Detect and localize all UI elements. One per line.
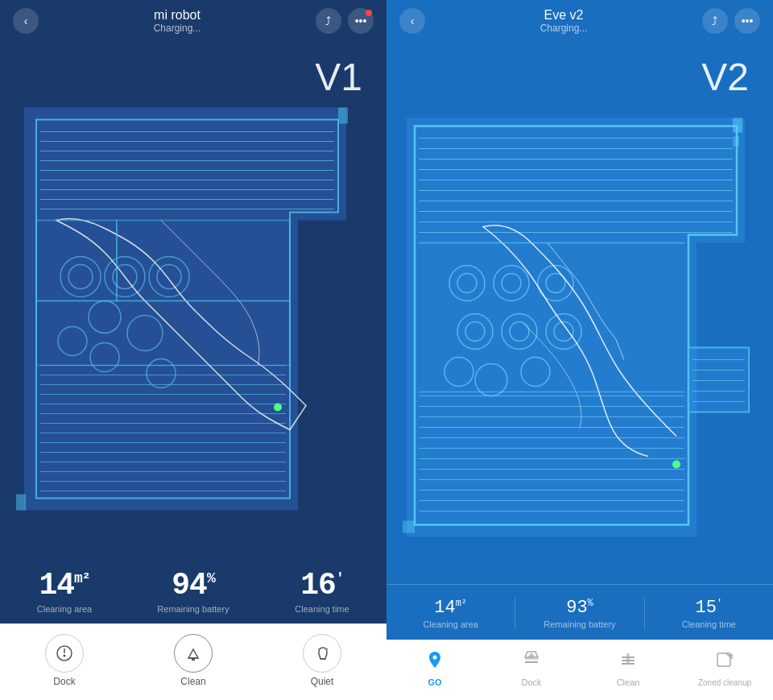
svg-rect-35 (338, 108, 348, 124)
svg-rect-92 (403, 521, 415, 533)
left-nav-clean[interactable]: Clean (129, 634, 258, 687)
left-stat-time: 16' Cleaning time (258, 568, 386, 614)
left-battery-label: Remaining battery (129, 604, 258, 614)
right-header-actions: ⤴ ••• (702, 8, 760, 34)
right-bottom-nav: GO Dock Clean (386, 640, 773, 700)
quiet-icon-circle (303, 634, 341, 673)
left-stats-bar: 14m² Cleaning area 94% Remaining battery… (0, 555, 386, 623)
right-nav-dock[interactable]: Dock (483, 650, 580, 687)
right-stat-area: 14m² Cleaning area (386, 599, 515, 630)
left-back-button[interactable]: ‹ (13, 8, 39, 34)
svg-rect-97 (525, 657, 538, 660)
notification-dot (366, 10, 372, 16)
left-header-center: mi robot Charging... (154, 8, 201, 34)
right-map-svg (386, 39, 773, 584)
svg-rect-103 (626, 653, 630, 663)
svg-point-40 (64, 655, 66, 657)
right-time-value: 15′ (645, 599, 773, 619)
right-nav-go[interactable]: GO (386, 650, 483, 687)
right-stat-time: 15′ Cleaning time (645, 599, 773, 630)
left-header-actions: ⤴ ••• (316, 8, 374, 34)
left-panel: ‹ mi robot Charging... ⤴ ••• V1 (0, 0, 386, 700)
svg-point-37 (274, 404, 282, 412)
right-stat-battery: 93% Remaining battery (515, 599, 643, 630)
left-stat-area: 14m² Cleaning area (0, 568, 129, 614)
right-time-label: Cleaning time (645, 619, 773, 629)
left-more-button[interactable]: ••• (348, 8, 374, 34)
right-zoned-label: Zoned cleanup (698, 678, 751, 687)
left-area-label: Cleaning area (0, 604, 129, 614)
left-quiet-label: Quiet (311, 676, 334, 687)
right-dock-icon (522, 650, 541, 674)
quiet-icon (313, 644, 331, 662)
right-version-label: V2 (701, 55, 749, 99)
right-stats-bar: 14m² Cleaning area 93% Remaining battery… (386, 584, 773, 640)
right-go-label: GO (428, 677, 441, 687)
left-clean-label: Clean (180, 676, 205, 687)
left-bottom-nav: Dock Clean Quiet (0, 623, 386, 700)
left-map-svg (0, 39, 386, 555)
svg-rect-47 (688, 348, 749, 412)
right-header-center: Eve v2 Charging... (540, 8, 588, 34)
left-time-value: 16' (258, 568, 386, 603)
left-share-button[interactable]: ⤴ (316, 8, 341, 34)
right-clean-label: Clean (617, 677, 640, 687)
right-status: Charging... (540, 23, 588, 34)
zoned-cleanup-icon (715, 651, 734, 675)
right-header: ‹ Eve v2 Charging... ⤴ ••• (386, 0, 773, 39)
right-back-button[interactable]: ‹ (399, 8, 425, 34)
svg-point-93 (672, 461, 680, 469)
right-more-button[interactable]: ••• (734, 8, 760, 34)
left-robot-name: mi robot (154, 8, 201, 23)
right-share-button[interactable]: ⤴ (702, 8, 728, 34)
right-nav-zoned[interactable]: Zoned cleanup (676, 651, 773, 687)
right-clean-icon (618, 650, 638, 674)
right-map-area: V2 (386, 39, 773, 584)
left-area-value: 14m² (0, 568, 129, 603)
left-status: Charging... (154, 23, 201, 34)
left-nav-dock[interactable]: Dock (0, 634, 129, 687)
svg-rect-42 (192, 658, 195, 661)
right-battery-value: 93% (515, 599, 643, 619)
right-nav-clean[interactable]: Clean (580, 650, 676, 687)
dock-icon-circle (45, 634, 84, 673)
left-stat-battery: 94% Remaining battery (129, 568, 258, 614)
right-dock-label: Dock (521, 677, 541, 687)
right-area-label: Cleaning area (386, 619, 515, 629)
right-battery-label: Remaining battery (515, 619, 643, 629)
go-icon (425, 650, 444, 674)
right-robot-name: Eve v2 (540, 8, 588, 23)
svg-point-96 (433, 656, 437, 660)
svg-rect-90 (733, 118, 742, 133)
clean-icon (184, 644, 202, 662)
svg-rect-36 (16, 495, 26, 511)
right-area-value: 14m² (386, 599, 515, 619)
left-time-label: Cleaning time (258, 604, 386, 614)
svg-rect-91 (733, 137, 739, 147)
dock-icon (56, 644, 73, 662)
left-version-label: V1 (315, 55, 362, 99)
left-map-area: V1 (0, 39, 386, 555)
svg-marker-98 (527, 652, 535, 657)
left-nav-quiet[interactable]: Quiet (258, 634, 386, 687)
clean-icon-circle (174, 634, 213, 673)
right-panel: ‹ Eve v2 Charging... ⤴ ••• V2 (386, 0, 773, 700)
svg-rect-102 (622, 663, 635, 665)
left-header: ‹ mi robot Charging... ⤴ ••• (0, 0, 386, 39)
left-dock-label: Dock (53, 676, 75, 687)
left-battery-value: 94% (129, 568, 258, 603)
